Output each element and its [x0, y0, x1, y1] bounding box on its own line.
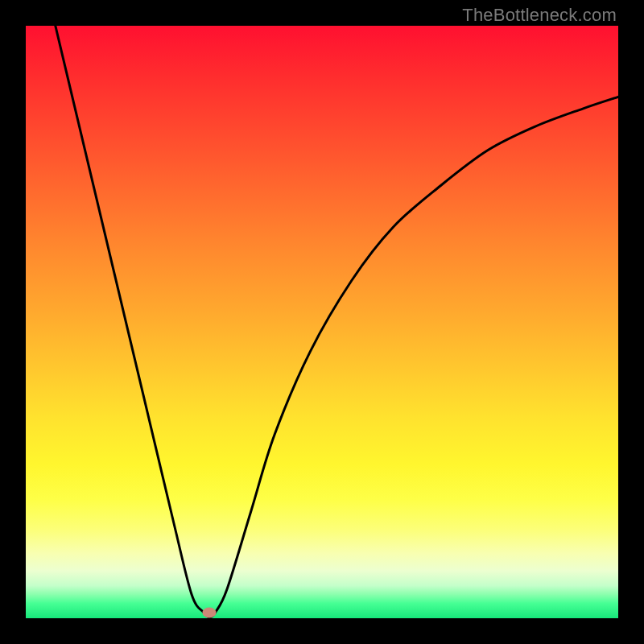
chart-frame: TheBottleneck.com — [0, 0, 644, 644]
plot-area — [26, 26, 618, 618]
optimal-point-marker — [203, 608, 217, 618]
bottleneck-curve — [26, 26, 618, 618]
attribution-label: TheBottleneck.com — [462, 5, 617, 26]
